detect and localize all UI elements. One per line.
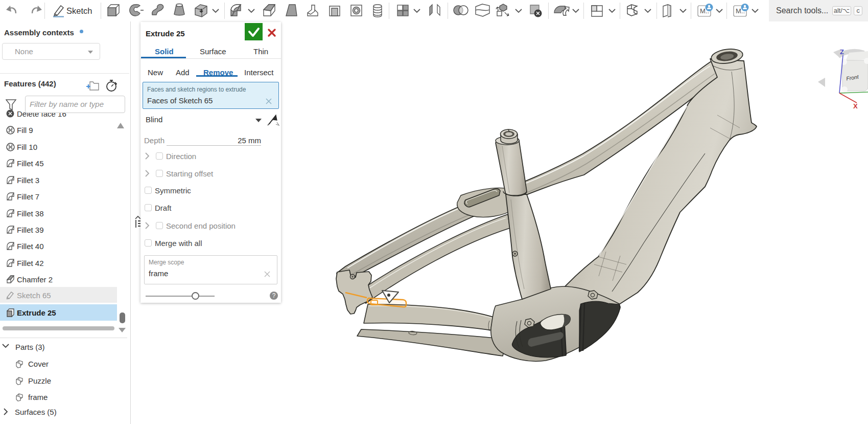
svg-text:X: X — [853, 102, 858, 110]
svg-text:Sketch: Sketch — [66, 6, 92, 15]
svg-text:Z: Z — [840, 48, 844, 56]
